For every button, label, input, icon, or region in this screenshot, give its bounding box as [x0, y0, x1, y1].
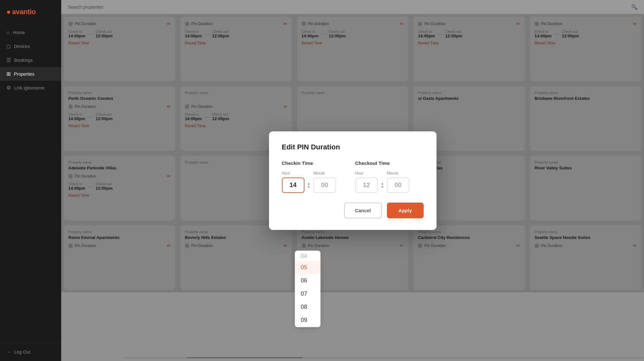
- checkin-section: Checkin Time Hour : Minute: [282, 160, 336, 193]
- dropdown-item[interactable]: 09: [295, 314, 320, 327]
- sidebar: ● avantio ⌂ Home ◻ Devices ☰ Bookings ⊞ …: [0, 0, 61, 361]
- sidebar-item-properties-label: Properties: [14, 71, 34, 77]
- modal-footer: Cancel Apply: [282, 203, 424, 218]
- checkin-hour-input[interactable]: [282, 177, 304, 193]
- logo-icon: ●: [6, 8, 11, 16]
- sidebar-item-home-label: Home: [13, 30, 25, 35]
- checkout-hour-label: Hour: [355, 171, 364, 176]
- checkin-minute-group: Minute: [313, 171, 336, 193]
- time-sections: Checkin Time Hour : Minute: [282, 160, 424, 193]
- dropdown-item[interactable]: 08: [295, 300, 320, 314]
- checkin-hour-group: Hour: [282, 171, 304, 193]
- dropdown-item[interactable]: 07: [295, 287, 320, 300]
- checkin-inputs: Hour : Minute: [282, 171, 336, 193]
- checkin-section-title: Checkin Time: [282, 160, 336, 166]
- checkout-inputs: Hour : Minute: [355, 171, 409, 193]
- logo-area: ● avantio: [0, 0, 61, 23]
- checkout-section: Checkout Time Hour : Minute: [355, 160, 409, 193]
- sidebar-item-devices[interactable]: ◻ Devices: [0, 39, 61, 53]
- sidebar-item-devices-label: Devices: [14, 44, 30, 49]
- checkout-section-title: Checkout Time: [355, 160, 409, 166]
- bookings-icon: ☰: [6, 57, 11, 63]
- checkout-colon: :: [380, 180, 385, 189]
- devices-icon: ◻: [6, 43, 11, 49]
- sidebar-item-link-igloonome[interactable]: ⚙ Link igloonome: [0, 81, 61, 95]
- modal-title: Edit PIN Duration: [282, 143, 424, 151]
- sidebar-bottom: → Log Out: [0, 343, 61, 361]
- checkout-minute-group: Minute: [387, 171, 409, 193]
- checkin-colon: :: [306, 180, 312, 189]
- cancel-button[interactable]: Cancel: [344, 203, 382, 218]
- dropdown-partial: 04: [295, 251, 320, 261]
- sidebar-item-properties[interactable]: ⊞ Properties: [0, 67, 61, 81]
- edit-pin-modal: Edit PIN Duration Checkin Time Hour : Mi…: [269, 131, 437, 230]
- sidebar-item-home[interactable]: ⌂ Home: [0, 26, 61, 39]
- checkin-minute-label: Minute: [313, 171, 325, 176]
- link-icon: ⚙: [6, 85, 11, 91]
- logout-icon: →: [6, 349, 11, 355]
- apply-button[interactable]: Apply: [387, 203, 424, 218]
- sidebar-nav: ⌂ Home ◻ Devices ☰ Bookings ⊞ Properties…: [0, 23, 61, 343]
- sidebar-item-bookings-label: Bookings: [14, 58, 33, 63]
- checkout-hour-input[interactable]: [355, 177, 378, 193]
- checkout-minute-input[interactable]: [387, 177, 409, 193]
- checkout-minute-label: Minute: [387, 171, 399, 176]
- checkin-minute-input[interactable]: [313, 177, 336, 193]
- checkin-hour-label: Hour: [282, 171, 290, 176]
- sidebar-item-bookings[interactable]: ☰ Bookings: [0, 53, 61, 67]
- properties-icon: ⊞: [6, 71, 11, 77]
- sidebar-item-link-label: Link igloonome: [14, 85, 44, 90]
- hour-dropdown: 04 05 06 07 08 09: [295, 251, 321, 327]
- logo-text: avantio: [12, 8, 36, 16]
- dropdown-item[interactable]: 05: [295, 261, 320, 274]
- logout-label: Log Out: [14, 349, 30, 355]
- home-icon: ⌂: [6, 30, 10, 35]
- checkout-hour-group: Hour: [355, 171, 378, 193]
- logout-button[interactable]: → Log Out: [6, 349, 55, 355]
- modal-overlay: Edit PIN Duration Checkin Time Hour : Mi…: [61, 0, 644, 361]
- main-content: 🔍 Pin Duration ✏ Check in 14:00pm — Chec…: [61, 0, 644, 361]
- dropdown-item[interactable]: 06: [295, 274, 320, 287]
